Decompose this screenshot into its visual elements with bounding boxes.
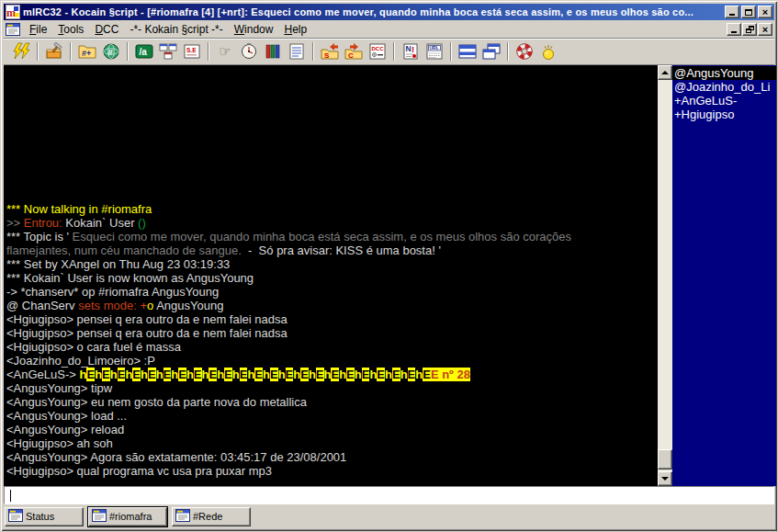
message-input[interactable]: [4, 486, 774, 504]
svg-text:!: !: [412, 44, 414, 54]
chat-scrollbar[interactable]: [658, 65, 672, 486]
minimize-icon: [729, 14, 735, 16]
window-mini-icon: [175, 509, 190, 524]
chat-line: <AngusYoung> eu nem gosto da parte nova …: [6, 395, 656, 409]
chat-line: <Hgiugipso> pensei q era outro da e nem …: [6, 326, 656, 340]
nicklist-item[interactable]: @AngusYoung: [672, 66, 776, 80]
dcc-send-button[interactable]: S: [318, 40, 342, 62]
switchbar: Status#riomafra#Rede: [4, 504, 774, 528]
nicklist-item[interactable]: +AnGeLuS-: [672, 94, 776, 108]
dcc-options-icon: DCC: [368, 42, 387, 61]
mdi-restore-button[interactable]: [742, 23, 757, 36]
about-button[interactable]: [536, 40, 560, 62]
mdi-minimize-button[interactable]: [727, 23, 741, 36]
chat-line: <AngusYoung> Agora são extatamente: 03:4…: [6, 450, 656, 464]
window-mini-icon: [92, 509, 107, 524]
up-arrow-icon: [661, 71, 669, 74]
toolbar-separator: [208, 42, 209, 61]
menu-help[interactable]: Help: [278, 21, 312, 38]
dcc-options-button[interactable]: DCC: [366, 40, 389, 62]
menu-window[interactable]: Window: [229, 21, 279, 38]
mirc-app-icon: m: [6, 5, 20, 19]
channel-window-icon[interactable]: [6, 23, 20, 36]
help-button[interactable]: [513, 40, 536, 62]
chat-line: <Joazinho_do_Limoeiro> :P: [6, 354, 656, 368]
cascade-windows-button[interactable]: [479, 40, 503, 62]
remote-button[interactable]: ☞: [213, 40, 237, 62]
chat-line: *** Now talking in #riomafra: [6, 202, 656, 216]
window-minimize-button[interactable]: [725, 6, 739, 18]
channel-window: *** Now talking in #riomafra>> Entrou: K…: [4, 65, 774, 486]
svg-text:/a: /a: [140, 47, 148, 57]
chat-line: <AngusYoung> reload: [6, 423, 656, 436]
notify-list-button[interactable]: N!: [399, 40, 423, 62]
scrollbar-down-button[interactable]: [658, 471, 672, 486]
window-close-button[interactable]: ×: [758, 6, 772, 18]
switchbar-tab-label: #Rede: [193, 511, 222, 522]
scrollbar-thumb[interactable]: [658, 449, 672, 470]
nick-list[interactable]: @AngusYoung@Joazinho_do_Li+AnGeLuS-+Hgiu…: [672, 65, 776, 486]
svg-text:C: C: [348, 51, 354, 60]
menu-file[interactable]: File: [24, 21, 52, 38]
menu-bar: FileToolsDCC-*- Kokain §cript -*-WindowH…: [4, 20, 774, 39]
about-icon: [539, 42, 558, 61]
chat-line: *** Set by XAngel on Thu Aug 23 03:19:33: [6, 257, 656, 271]
toolbar-separator: [507, 42, 509, 61]
close-icon: ×: [762, 7, 768, 17]
toolbar-separator: [393, 42, 395, 61]
chat-message-area[interactable]: *** Now talking in #riomafra>> Entrou: K…: [4, 65, 658, 486]
dcc-chat-icon: C: [344, 42, 363, 61]
options-button[interactable]: [42, 40, 66, 62]
switchbar-tab-label: #riomafra: [109, 511, 152, 522]
maximize-icon: [745, 9, 752, 16]
window-maximize-button[interactable]: [741, 6, 756, 18]
nicklist-item[interactable]: @Joazinho_do_Li: [672, 80, 776, 94]
channel-list-button[interactable]: #: [99, 40, 123, 62]
popups-button[interactable]: [156, 40, 180, 62]
toolbar-separator: [312, 42, 314, 61]
nicklist-item[interactable]: +Hgiugipso: [672, 108, 776, 121]
url-list-button[interactable]: URL: [423, 40, 446, 62]
address-book-button[interactable]: [261, 40, 285, 62]
popups-icon: [159, 42, 177, 61]
chat-line: <Hgiugipso> pensei q era outro da e nem …: [6, 312, 656, 326]
chat-line: <Hgiugipso> o cara fuel é massa: [6, 340, 656, 354]
chat-line: <AngusYoung> load ...: [6, 409, 656, 423]
menu-kokain-cript[interactable]: -*- Kokain §cript -*-: [124, 21, 228, 38]
channels-folder-icon: #+: [78, 42, 96, 61]
aliases-button[interactable]: /a: [132, 40, 156, 62]
channels-folder-button[interactable]: #+: [75, 40, 99, 62]
chat-line: <Hgiugipso> ah soh: [6, 436, 656, 450]
notepad-button[interactable]: [285, 40, 309, 62]
menu-tools[interactable]: Tools: [52, 21, 89, 38]
script-editor-button[interactable]: S.E: [180, 40, 204, 62]
toolbar-separator: [37, 42, 39, 61]
scrollbar-up-button[interactable]: [658, 65, 672, 80]
dcc-send-icon: S: [321, 42, 339, 61]
mirc-main-window: m mIRC32 - Kocain §cript - [#riomafra [4…: [0, 0, 778, 532]
svg-text:URL: URL: [430, 45, 439, 51]
restore-icon: [746, 26, 754, 33]
mdi-close-button[interactable]: ×: [758, 23, 772, 36]
timer-button[interactable]: [237, 40, 261, 62]
title-bar[interactable]: m mIRC32 - Kocain §cript - [#riomafra [4…: [4, 4, 774, 20]
chat-line: @ ChanServ sets mode: +o AngusYoung: [6, 299, 656, 312]
minimize-icon: [731, 31, 737, 33]
svg-text:S: S: [324, 51, 330, 60]
connect-button[interactable]: [9, 40, 33, 62]
menu-dcc[interactable]: DCC: [89, 21, 124, 38]
switchbar-tab-rede[interactable]: #Rede: [172, 507, 251, 526]
toolbar-separator: [450, 42, 452, 61]
chat-line: <AnGeLuS-> hEhEhEhEhEhEhEhEhEhEhEhEhEhEh…: [6, 368, 656, 381]
svg-text:S.E: S.E: [186, 47, 197, 53]
notepad-icon: [288, 42, 306, 61]
chat-line: *** Topic is ' Esqueci como me mover, qu…: [6, 230, 656, 243]
tile-windows-icon: [458, 42, 477, 61]
switchbar-tab-label: Status: [26, 511, 54, 522]
switchbar-tab-status[interactable]: Status: [5, 507, 84, 526]
switchbar-tab-riomafra[interactable]: #riomafra: [88, 507, 167, 526]
chat-line: >> Entrou: Kokain` User (): [6, 216, 656, 230]
dcc-chat-button[interactable]: C: [342, 40, 366, 62]
tile-windows-button[interactable]: [456, 40, 479, 62]
options-icon: [45, 42, 63, 61]
